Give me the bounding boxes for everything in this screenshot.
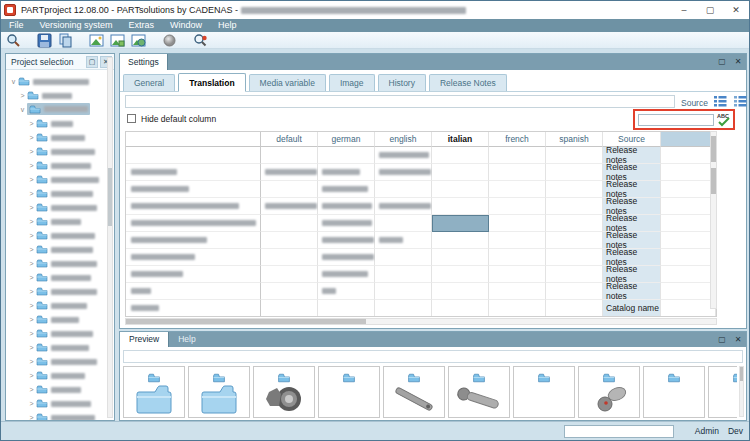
cell-italian[interactable] [432, 300, 489, 317]
cell-extra[interactable] [661, 283, 716, 300]
cell-french[interactable] [489, 249, 546, 266]
cell-german[interactable] [318, 147, 375, 164]
preview-maximize-icon[interactable]: ▢ [714, 332, 730, 348]
cell-spanish[interactable] [546, 164, 603, 181]
cell-extra[interactable] [661, 147, 716, 164]
menu-versioning-system[interactable]: Versioning system [32, 19, 121, 32]
preview-card[interactable] [643, 366, 705, 418]
column-header-italian[interactable]: italian [432, 132, 489, 147]
tree-scrollbar[interactable] [107, 57, 113, 418]
expand-icon[interactable]: > [27, 134, 36, 141]
cell-italian[interactable] [432, 164, 489, 181]
cell-german[interactable] [318, 215, 375, 232]
tree-item[interactable]: > [6, 410, 114, 420]
menu-window[interactable]: Window [162, 19, 210, 32]
settings-close-icon[interactable]: ✕ [730, 54, 746, 70]
hide-default-column-checkbox[interactable] [127, 114, 136, 123]
image-globe-icon[interactable] [131, 33, 146, 48]
cell-english[interactable] [375, 249, 432, 266]
preview-card[interactable] [383, 366, 445, 418]
expand-icon[interactable]: > [18, 92, 27, 99]
cell-default[interactable] [261, 283, 318, 300]
cell-english[interactable] [375, 147, 432, 164]
cell-extra[interactable] [661, 215, 716, 232]
table-vscroll-thumb2[interactable] [711, 168, 716, 194]
cell-spanish[interactable] [546, 232, 603, 249]
find-icon[interactable] [193, 33, 208, 48]
cell-italian[interactable] [432, 283, 489, 300]
tree-item[interactable]: > [6, 88, 114, 102]
cell-header[interactable] [126, 300, 261, 317]
cell-english[interactable] [375, 283, 432, 300]
column-header-german[interactable]: german [318, 132, 375, 147]
panel-maximize-icon[interactable]: ▢ [86, 56, 98, 68]
expand-icon[interactable]: > [27, 204, 36, 211]
cell-english[interactable] [375, 181, 432, 198]
cell-default[interactable] [261, 181, 318, 198]
expand-icon[interactable]: > [27, 400, 36, 407]
tab-preview[interactable]: Preview [120, 332, 169, 347]
cell-english[interactable] [375, 198, 432, 215]
cell-default[interactable] [261, 164, 318, 181]
minimize-button[interactable]: – [671, 1, 697, 19]
expand-icon[interactable]: > [27, 148, 36, 155]
cell-french[interactable] [489, 300, 546, 317]
cell-header[interactable] [126, 215, 261, 232]
column-header-english[interactable]: english [375, 132, 432, 147]
cell-german[interactable] [318, 181, 375, 198]
table-vertical-scrollbar[interactable] [710, 131, 717, 309]
preview-close-icon[interactable]: ✕ [730, 332, 746, 348]
translation-edit-field[interactable] [125, 95, 675, 108]
expand-icon[interactable]: > [27, 358, 36, 365]
tab-image[interactable]: Image [329, 74, 375, 91]
cell-spanish[interactable] [546, 198, 603, 215]
cell-italian[interactable] [432, 147, 489, 164]
table-horizontal-scrollbar[interactable] [125, 318, 717, 325]
cell-spanish[interactable] [546, 249, 603, 266]
expand-icon[interactable]: > [27, 344, 36, 351]
expand-icon[interactable]: > [27, 386, 36, 393]
sphere-icon[interactable] [162, 33, 177, 48]
cell-header[interactable] [126, 266, 261, 283]
preview-card[interactable] [253, 366, 315, 418]
cell-german[interactable] [318, 249, 375, 266]
tab-help[interactable]: Help [169, 332, 204, 347]
cell-extra[interactable] [661, 300, 716, 317]
cell-german[interactable] [318, 164, 375, 181]
cell-german[interactable] [318, 266, 375, 283]
cell-italian-selected[interactable] [432, 215, 489, 232]
tab-general[interactable]: General [123, 74, 175, 91]
expand-icon[interactable]: > [27, 372, 36, 379]
expand-icon[interactable]: > [27, 414, 36, 421]
cell-header[interactable] [126, 249, 261, 266]
cell-french[interactable] [489, 232, 546, 249]
cards-scrollbar-thumb[interactable] [740, 367, 743, 381]
numbered-list-icon[interactable] [733, 95, 747, 108]
cell-default[interactable] [261, 266, 318, 283]
expand-icon[interactable]: > [27, 274, 36, 281]
column-header-extra[interactable] [661, 132, 716, 147]
expand-icon[interactable]: > [27, 232, 36, 239]
cell-spanish[interactable] [546, 181, 603, 198]
cell-english[interactable] [375, 215, 432, 232]
cell-source[interactable]: Release notes [603, 283, 661, 300]
cell-header[interactable] [126, 283, 261, 300]
expand-icon[interactable]: > [27, 260, 36, 267]
expand-icon[interactable]: > [27, 316, 36, 323]
column-header-spanish[interactable]: spanish [546, 132, 603, 147]
tree-item-content[interactable] [36, 408, 95, 420]
menu-extras[interactable]: Extras [121, 19, 163, 32]
cell-italian[interactable] [432, 266, 489, 283]
cell-english[interactable] [375, 164, 432, 181]
cell-default[interactable] [261, 147, 318, 164]
cell-extra[interactable] [661, 181, 716, 198]
cell-header[interactable] [126, 198, 261, 215]
cards-scrollbar[interactable] [739, 366, 744, 417]
cell-french[interactable] [489, 164, 546, 181]
preview-card[interactable] [123, 366, 185, 418]
cell-italian[interactable] [432, 198, 489, 215]
cell-german[interactable] [318, 283, 375, 300]
tab-translation[interactable]: Translation [178, 73, 245, 92]
preview-card[interactable] [708, 366, 737, 418]
cell-extra[interactable] [661, 249, 716, 266]
